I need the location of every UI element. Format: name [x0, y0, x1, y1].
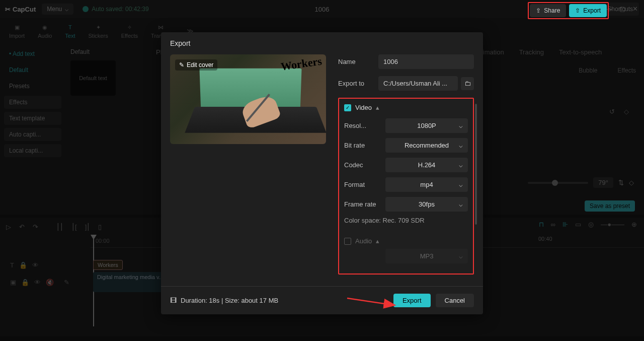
- delete-icon[interactable]: ▯: [98, 223, 102, 231]
- framerate-select[interactable]: 30fps: [385, 197, 468, 212]
- sidebar-label: Add text: [13, 50, 35, 57]
- text-track-icon: T: [10, 261, 14, 269]
- modal-body: ✎Edit cover Workers Name 1006 Export to …: [161, 54, 483, 286]
- mute-icon[interactable]: 🔇: [46, 279, 54, 286]
- film-icon: 🎞: [170, 297, 177, 304]
- save-preset-button[interactable]: Save as preset: [585, 200, 635, 212]
- export-button[interactable]: ⇧ Export: [569, 4, 607, 17]
- menu-label: Menu: [47, 6, 62, 13]
- resolution-select[interactable]: 1080P: [385, 118, 468, 133]
- bitrate-select[interactable]: Recommended: [385, 138, 468, 153]
- eye-icon[interactable]: 👁: [32, 261, 39, 269]
- ruler-mark-40: 00:40: [538, 236, 552, 242]
- audio-section-header[interactable]: Audio ▴: [344, 237, 468, 245]
- timeline-right-tools: ⊓ ∞ ⊪ ▭ ◎ —●—— ⊕: [539, 221, 637, 228]
- ptab-tracking[interactable]: Tracking: [519, 48, 544, 56]
- exportto-input[interactable]: C:/Users/Usman Ali ...: [378, 76, 458, 91]
- zoom-slider[interactable]: —●——: [601, 221, 624, 228]
- tab-audio[interactable]: ◉Audio: [38, 23, 52, 39]
- collapse-icon[interactable]: ▴: [376, 104, 379, 111]
- lock-icon[interactable]: 🔒: [21, 279, 29, 286]
- undo-keyframe: ↺ ◇: [609, 108, 629, 115]
- codec-select[interactable]: H.264: [385, 158, 468, 172]
- video-title: Video: [355, 104, 372, 111]
- default-text-thumb[interactable]: Default text: [70, 60, 116, 96]
- codec-row: Codec H.264: [344, 158, 468, 172]
- magnet-icon[interactable]: ⊓: [539, 221, 544, 228]
- tab-effects[interactable]: ✧Effects: [121, 23, 138, 39]
- tab-stickers[interactable]: ✦Stickers: [89, 23, 108, 39]
- name-input[interactable]: 1006: [378, 54, 474, 69]
- modal-cancel-button[interactable]: Cancel: [436, 294, 474, 307]
- window-controls: — ▢ ✕: [606, 5, 638, 13]
- import-icon: ▣: [13, 23, 22, 32]
- sidebar-add-text[interactable]: • Add text: [4, 47, 61, 60]
- preview-icon[interactable]: ▭: [575, 221, 581, 228]
- split-icon[interactable]: ⎮⎮: [56, 223, 63, 231]
- keyframe-icon[interactable]: ◇: [624, 108, 629, 115]
- align-icon[interactable]: ⊪: [562, 221, 568, 228]
- menu-button[interactable]: Menu ⌵: [42, 4, 73, 15]
- exportto-label: Export to: [338, 80, 378, 87]
- effects-icon: ✧: [125, 23, 134, 32]
- angle-slider[interactable]: [528, 182, 588, 184]
- codec-label: Codec: [344, 161, 385, 169]
- zoom-fit-icon[interactable]: ⊕: [631, 221, 637, 228]
- audio-checkbox[interactable]: [344, 238, 351, 245]
- maximize-icon[interactable]: ▢: [619, 5, 625, 13]
- video-checkbox[interactable]: ✓: [344, 104, 351, 111]
- cover-track-icon: ▣: [10, 279, 16, 286]
- left-sidebar: • Add text Default Presets Effects Text …: [0, 43, 65, 215]
- transitions-icon: ⋈: [156, 23, 166, 32]
- sidebar-localcap[interactable]: Local capti...: [4, 144, 61, 157]
- video-section-header[interactable]: ✓ Video ▴: [344, 104, 468, 111]
- undo-icon[interactable]: ↶: [19, 223, 25, 231]
- tab-text[interactable]: TText: [65, 23, 75, 39]
- ptab-tts[interactable]: Text-to-speech: [559, 48, 602, 56]
- trim-left-icon[interactable]: ⎮[: [71, 223, 77, 231]
- tab-label: Import: [9, 33, 25, 39]
- framerate-label: Frame rate: [344, 200, 385, 208]
- edit-cover-button[interactable]: ✎Edit cover: [175, 59, 217, 71]
- link-icon[interactable]: ∞: [551, 221, 555, 228]
- project-title: 1006: [315, 6, 330, 13]
- app-name: CapCut: [13, 6, 36, 13]
- svg-line-1: [347, 298, 395, 305]
- reset-icon[interactable]: ↺: [609, 108, 615, 115]
- trim-right-icon[interactable]: ]⎮: [85, 223, 91, 231]
- tab-label: Text: [65, 33, 75, 39]
- tab-label: Stickers: [89, 33, 108, 39]
- angle-value[interactable]: 79°: [593, 177, 613, 188]
- sidebar-presets[interactable]: Presets: [4, 80, 61, 93]
- sidebar-template[interactable]: Text template: [4, 112, 61, 125]
- sidebar-autocap[interactable]: Auto capti...: [4, 128, 61, 141]
- tab-import[interactable]: ▣Import: [9, 23, 25, 39]
- format-select[interactable]: mp4: [385, 177, 468, 192]
- edit-cover-label: Edit cover: [187, 61, 213, 69]
- share-label: Share: [544, 7, 560, 14]
- keyframe-icon[interactable]: ◇: [629, 179, 634, 186]
- name-label: Name: [338, 58, 378, 65]
- text-clip[interactable]: Workers: [93, 260, 123, 270]
- close-icon[interactable]: ✕: [632, 5, 638, 13]
- collapse-icon[interactable]: ▴: [376, 237, 379, 245]
- eye-icon[interactable]: 👁: [34, 279, 41, 286]
- subtab-bubble[interactable]: Bubble: [579, 67, 597, 74]
- scrollbar[interactable]: [475, 104, 477, 225]
- redo-icon[interactable]: ↷: [33, 223, 38, 231]
- sidebar-default[interactable]: Default: [4, 63, 61, 77]
- edit-track-icon[interactable]: ✎: [64, 279, 69, 286]
- format-row: Format mp4: [344, 177, 468, 192]
- subtab-effects[interactable]: Effects: [618, 67, 636, 74]
- stepper-icon[interactable]: ⇅: [618, 179, 624, 186]
- audio-icon: ◉: [40, 23, 49, 32]
- duration-text: Duration: 18s | Size: about 17 MB: [181, 297, 278, 304]
- pointer-icon[interactable]: ▷: [6, 223, 11, 231]
- audio-format-row: MP3: [344, 249, 468, 263]
- target-icon[interactable]: ◎: [588, 221, 594, 228]
- browse-folder-button[interactable]: 🗀: [461, 77, 474, 90]
- lock-icon[interactable]: 🔒: [19, 261, 27, 269]
- format-label: Format: [344, 181, 385, 188]
- share-button[interactable]: ⇪ Share: [530, 4, 566, 17]
- sidebar-effects[interactable]: Effects: [4, 96, 61, 109]
